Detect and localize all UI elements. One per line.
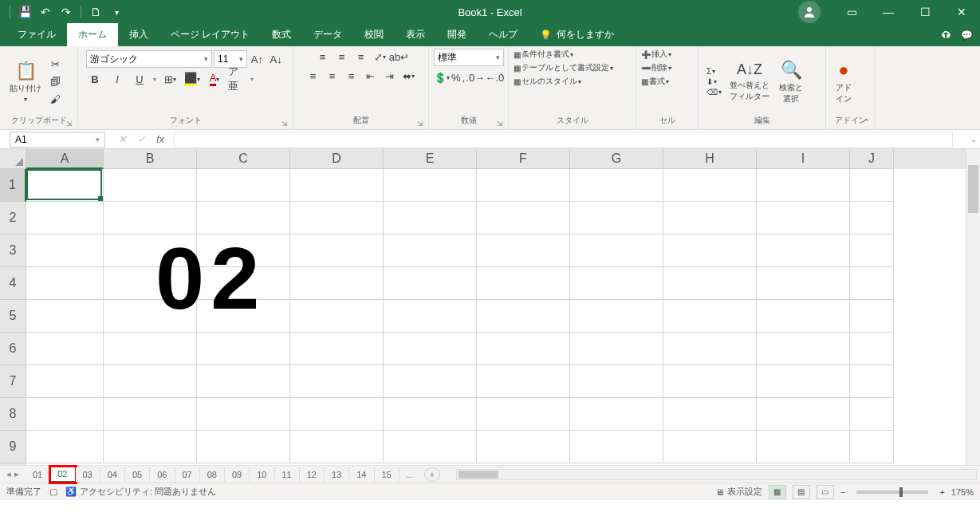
tab-review[interactable]: 校閲 (353, 23, 395, 46)
cell[interactable] (663, 300, 757, 333)
cell[interactable] (850, 365, 894, 398)
cell[interactable] (197, 398, 290, 431)
column-header-C[interactable]: C (197, 149, 290, 169)
sheet-tab-11[interactable]: 11 (275, 467, 300, 482)
autosum-button[interactable]: Σ ▾ (706, 67, 722, 76)
cell[interactable] (850, 398, 894, 431)
cell[interactable] (477, 333, 570, 365)
cell[interactable] (757, 169, 850, 202)
accessibility-status[interactable]: ♿アクセシビリティ: 問題ありません (65, 486, 216, 498)
sheet-tab-09[interactable]: 09 (225, 467, 250, 482)
cell[interactable] (290, 202, 384, 234)
sheet-tab-15[interactable]: 15 (375, 467, 399, 482)
cell[interactable] (570, 333, 663, 365)
format-as-table-button[interactable]: ▦テーブルとして書式設定 ▾ (514, 62, 613, 73)
cell[interactable] (477, 300, 570, 333)
cell[interactable] (663, 365, 757, 398)
normal-view-button[interactable]: ▦ (769, 485, 786, 499)
tab-formulas[interactable]: 数式 (261, 23, 302, 46)
cell[interactable] (26, 365, 104, 398)
cell[interactable] (757, 398, 850, 431)
cell[interactable] (570, 234, 663, 267)
sheet-tab-06[interactable]: 06 (150, 467, 175, 482)
share-button[interactable]: ⮉ (935, 26, 956, 45)
sheet-tab-03[interactable]: 03 (76, 467, 100, 482)
undo-button[interactable]: ↶ (36, 2, 55, 22)
italic-button[interactable]: I (108, 71, 126, 87)
cell[interactable] (26, 202, 104, 234)
cell[interactable] (26, 267, 104, 300)
cell[interactable] (570, 169, 663, 202)
cell[interactable] (850, 202, 894, 234)
maximize-button[interactable]: ☐ (907, 0, 943, 24)
sheet-next-button[interactable]: ▸ (14, 469, 19, 479)
column-header-I[interactable]: I (757, 149, 850, 169)
delete-cells-button[interactable]: ➖削除 ▾ (641, 62, 671, 73)
align-right-button[interactable]: ≡ (343, 68, 360, 84)
column-header-J[interactable]: J (850, 149, 894, 169)
cell[interactable] (384, 202, 477, 234)
decrease-decimal-button[interactable]: ←.0 (486, 69, 503, 85)
cell[interactable] (850, 300, 894, 333)
find-select-button[interactable]: 🔍検索と 選択 (774, 58, 808, 106)
display-settings-button[interactable]: 🖥表示設定 (715, 486, 762, 498)
column-header-G[interactable]: G (570, 149, 663, 169)
tab-developer[interactable]: 開発 (436, 23, 478, 46)
number-format-combo[interactable]: 標準▾ (434, 49, 504, 66)
cancel-formula-button[interactable]: ✕ (113, 132, 131, 148)
cell[interactable] (757, 431, 850, 463)
insert-cells-button[interactable]: ➕挿入 ▾ (641, 49, 671, 60)
cell[interactable] (197, 431, 290, 463)
cell[interactable] (290, 431, 384, 463)
column-header-E[interactable]: E (384, 149, 477, 169)
wrap-text-button[interactable]: ab↵ (391, 49, 408, 65)
cell[interactable] (850, 234, 894, 267)
cell[interactable] (384, 333, 477, 365)
cut-button[interactable]: ✂ (46, 57, 64, 73)
cell[interactable] (477, 234, 570, 267)
format-painter-button[interactable]: 🖌 (46, 92, 64, 108)
minimize-button[interactable]: — (870, 0, 907, 24)
row-header-6[interactable]: 6 (0, 333, 26, 365)
comments-button[interactable]: 💬 (956, 26, 977, 45)
vertical-scrollbar[interactable] (966, 149, 980, 465)
column-header-B[interactable]: B (104, 149, 197, 169)
cell[interactable] (477, 267, 570, 300)
zoom-out-button[interactable]: − (840, 487, 845, 497)
conditional-formatting-button[interactable]: ▦条件付き書式 ▾ (514, 49, 573, 60)
cell[interactable] (757, 202, 850, 234)
tab-page-layout[interactable]: ページ レイアウト (159, 23, 261, 46)
cell[interactable] (663, 169, 757, 202)
tab-insert[interactable]: 挿入 (118, 23, 159, 46)
tab-home[interactable]: ホーム (67, 23, 118, 46)
row-header-7[interactable]: 7 (0, 365, 26, 398)
new-file-button[interactable]: 🗋 (86, 2, 105, 22)
cell[interactable] (26, 234, 104, 267)
cell[interactable] (663, 234, 757, 267)
cell[interactable] (570, 267, 663, 300)
sort-filter-button[interactable]: A↓Z並べ替えと フィルター (725, 60, 774, 104)
number-launcher[interactable]: ⇲ (497, 120, 503, 128)
font-name-combo[interactable]: 游ゴシック▾ (86, 50, 212, 68)
tab-data[interactable]: データ (302, 23, 353, 46)
account-icon[interactable] (798, 1, 821, 23)
cell[interactable] (570, 300, 663, 333)
merge-button[interactable]: ⬌▾ (400, 68, 418, 84)
close-button[interactable]: ✕ (943, 0, 980, 24)
row-header-4[interactable]: 4 (0, 267, 26, 300)
cell[interactable] (663, 398, 757, 431)
sheet-tab-07[interactable]: 07 (175, 467, 200, 482)
cell[interactable] (384, 365, 477, 398)
qat-customize[interactable]: ▾ (107, 2, 126, 22)
zoom-level[interactable]: 175% (951, 487, 974, 497)
cell[interactable] (290, 398, 384, 431)
cell[interactable] (104, 431, 197, 463)
row-header-5[interactable]: 5 (0, 300, 26, 333)
cell[interactable] (104, 398, 197, 431)
horizontal-scrollbar[interactable] (456, 469, 977, 480)
cell[interactable] (570, 202, 663, 234)
enter-formula-button[interactable]: ✓ (132, 132, 150, 148)
cell[interactable] (757, 300, 850, 333)
cell[interactable] (290, 234, 384, 267)
cell[interactable] (570, 431, 663, 463)
